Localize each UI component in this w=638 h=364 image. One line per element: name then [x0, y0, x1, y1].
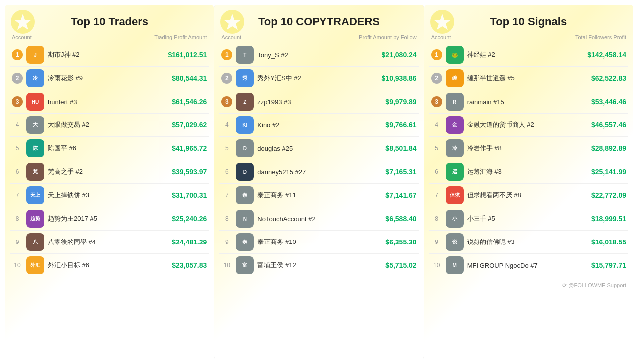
rank-indicator: 4 [12, 121, 23, 128]
col-value-header: Total Followers Profit [575, 34, 626, 40]
account-name: 神经娃 #2 [467, 50, 584, 59]
account-name: 八零後的同學 #4 [48, 238, 169, 246]
profit-amount: $18,999.51 [591, 215, 626, 223]
profit-amount: $6,588.40 [385, 215, 416, 223]
account-name: 泰正商务 #10 [257, 238, 382, 246]
avatar: 说 [446, 233, 464, 251]
main-container: Top 10 TradersAccountTrading Profit Amou… [0, 0, 638, 364]
avatar: R [446, 93, 464, 111]
col-headers: AccountTrading Profit Amount [10, 34, 209, 43]
rank-indicator: 7 [12, 192, 23, 199]
account-name: Tony_S #2 [257, 51, 378, 59]
account-name: 天上掉铁饼 #3 [48, 191, 169, 200]
profit-amount: $31,700.31 [172, 191, 207, 199]
rank-indicator: 6 [12, 168, 23, 175]
avatar: 🐸 [446, 46, 464, 64]
account-name: 冷岩作手 #8 [467, 144, 588, 153]
star-badge-icon [220, 10, 244, 34]
rank-indicator: 4 [221, 121, 232, 128]
rank-indicator: 1 [12, 49, 23, 60]
col-headers: AccountProfit Amount by Follow [219, 34, 418, 43]
rank-indicator: 8 [431, 215, 442, 222]
rank-indicator: 8 [12, 215, 23, 222]
avatar: 缠 [446, 69, 464, 87]
account-name: 说好的信佛呢 #3 [467, 238, 588, 246]
avatar: 但求 [446, 186, 464, 204]
account-name: NoTouchAccount #2 [257, 215, 382, 223]
profit-amount: $25,141.99 [591, 168, 626, 176]
account-name: douglas #25 [257, 145, 382, 152]
rank-indicator: 7 [431, 192, 442, 199]
profit-amount: $28,892.89 [591, 144, 626, 152]
profit-amount: $39,593.97 [172, 168, 207, 176]
col-account-header: Account [431, 34, 451, 40]
account-name: 冷雨花影 #9 [48, 74, 169, 83]
profit-amount: $6,355.30 [385, 238, 416, 246]
table-row: 6运运筹汇海 #3$25,141.99 [429, 160, 628, 184]
profit-amount: $22,772.09 [591, 191, 626, 199]
avatar: 八 [26, 233, 44, 251]
col-value-header: Profit Amount by Follow [359, 34, 417, 40]
account-name: 缠那半世逍遥 #5 [467, 74, 588, 83]
account-name: Kino #2 [257, 121, 382, 129]
table-row: 10MMFI GROUP NgocDo #7$15,797.71 [429, 254, 628, 277]
star-badge-icon [430, 10, 454, 34]
profit-amount: $7,141.67 [385, 191, 416, 199]
account-name: 但求想看两不厌 #8 [467, 191, 588, 200]
table-row: 3Rrainmain #15$53,446.46 [429, 90, 628, 114]
table-row: 9八八零後的同學 #4$24,481.29 [10, 231, 209, 254]
profit-amount: $9,979.89 [385, 98, 416, 106]
table-row: 2冷冷雨花影 #9$80,544.31 [10, 67, 209, 90]
table-row: 8趋势趋势为王2017 #5$25,240.26 [10, 207, 209, 231]
rank-indicator: 4 [431, 121, 442, 128]
profit-amount: $8,501.84 [385, 144, 416, 152]
avatar: 梵 [26, 163, 44, 181]
avatar: KI [236, 116, 254, 134]
avatar: 趋势 [26, 210, 44, 228]
avatar: 富 [236, 256, 254, 274]
account-name: 大眼做交易 #2 [48, 121, 169, 129]
avatar: 冷 [446, 139, 464, 157]
table-row: 3HUhuntert #3$61,546.26 [10, 90, 209, 114]
account-name: 小三千 #5 [467, 214, 588, 223]
avatar: 大 [26, 116, 44, 134]
profit-amount: $80,544.31 [172, 74, 207, 82]
account-name: 梵高之手 #2 [48, 167, 169, 176]
profit-amount: $46,557.46 [591, 121, 626, 129]
avatar: 金 [446, 116, 464, 134]
account-name: 外汇小目标 #6 [48, 261, 169, 270]
panel-traders: Top 10 TradersAccountTrading Profit Amou… [5, 5, 214, 359]
rank-indicator: 5 [12, 145, 23, 152]
rank-indicator: 3 [12, 96, 23, 107]
account-name: huntert #3 [48, 98, 169, 106]
rank-indicator: 9 [221, 239, 232, 245]
table-row: 7天上天上掉铁饼 #3$31,700.31 [10, 184, 209, 207]
account-name: MFI GROUP NgocDo #7 [467, 262, 588, 269]
profit-amount: $9,766.61 [385, 121, 416, 129]
rank-indicator: 3 [431, 96, 442, 107]
rank-indicator: 1 [431, 49, 442, 60]
rank-indicator: 5 [431, 145, 442, 152]
profit-amount: $16,018.55 [591, 238, 626, 246]
rank-indicator: 3 [221, 96, 232, 107]
star-badge-icon [11, 10, 35, 34]
table-rows: 1J期市J神 #2$161,012.512冷冷雨花影 #9$80,544.313… [10, 43, 209, 277]
profit-amount: $5,715.02 [385, 261, 416, 269]
table-row: 5冷冷岩作手 #8$28,892.89 [429, 137, 628, 160]
avatar: D [236, 163, 254, 181]
profit-amount: $10,938.86 [382, 74, 417, 82]
table-row: 5陈陈国平 #6$41,965.72 [10, 137, 209, 160]
profit-amount: $53,446.46 [591, 98, 626, 106]
table-row: 1🐸神经娃 #2$142,458.14 [429, 43, 628, 67]
rank-indicator: 7 [221, 192, 232, 199]
col-account-header: Account [12, 34, 32, 40]
table-row: 8NNoTouchAccount #2$6,588.40 [219, 207, 418, 231]
col-value-header: Trading Profit Amount [154, 34, 207, 40]
col-headers: AccountTotal Followers Profit [429, 34, 628, 43]
rank-indicator: 9 [431, 239, 442, 245]
account-name: danney5215 #27 [257, 168, 382, 176]
table-row: 4KIKino #2$9,766.61 [219, 114, 418, 137]
table-rows: 1🐸神经娃 #2$142,458.142缠缠那半世逍遥 #5$62,522.83… [429, 43, 628, 277]
account-name: 趋势为王2017 #5 [48, 214, 169, 223]
rank-indicator: 5 [221, 145, 232, 152]
